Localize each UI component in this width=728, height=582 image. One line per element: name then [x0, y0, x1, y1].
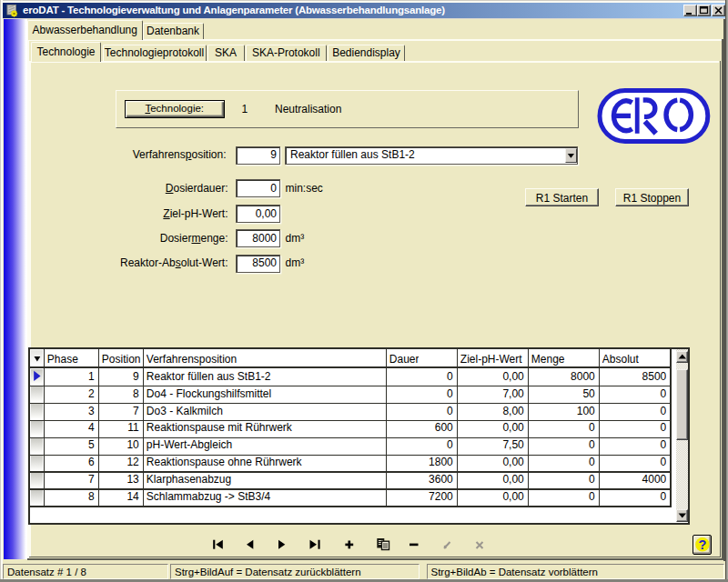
svg-text:?: ?	[698, 537, 706, 552]
